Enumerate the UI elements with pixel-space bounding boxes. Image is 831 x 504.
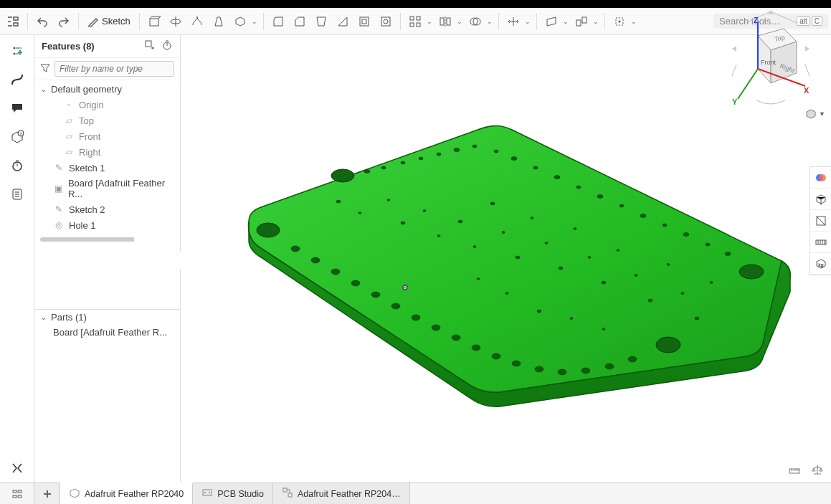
svg-point-37 xyxy=(576,186,581,189)
boolean-icon[interactable] xyxy=(465,11,485,32)
svg-point-60 xyxy=(605,363,614,369)
pattern-icon[interactable] xyxy=(405,11,425,32)
parts-item[interactable]: Board [Adafruit Feather R... xyxy=(34,325,180,340)
part-studio-icon xyxy=(69,488,80,501)
tab-part-studio[interactable]: Adafruit Feather RP2040 xyxy=(60,482,193,504)
tree-sketch1[interactable]: ✎Sketch 1 xyxy=(34,160,180,176)
origin-marker xyxy=(402,285,408,290)
svg-point-35 xyxy=(533,166,538,169)
redo-icon[interactable] xyxy=(54,11,74,32)
render-mode-dropdown[interactable]: ▼ xyxy=(804,108,825,120)
selection-dropdown[interactable]: ⌄ xyxy=(630,18,638,25)
plane-dropdown[interactable]: ⌄ xyxy=(561,18,570,25)
add-feature-icon[interactable] xyxy=(144,39,156,53)
svg-point-50 xyxy=(391,303,400,309)
tab-assembly[interactable]: Adafruit Feather RP204… xyxy=(273,483,410,504)
parts-header[interactable]: ⌄ Parts (1) xyxy=(34,310,180,325)
svg-point-48 xyxy=(351,280,360,286)
origin-icon: ◦ xyxy=(63,99,75,110)
sheet-icon[interactable] xyxy=(6,183,29,206)
plane-icon: ▱ xyxy=(63,130,75,142)
mass-props-icon[interactable]: kg xyxy=(810,253,831,275)
isometric-icon[interactable] xyxy=(810,189,831,210)
pcb-icon xyxy=(201,487,213,500)
tree-default-geometry[interactable]: ⌄ Default geometry xyxy=(34,82,180,97)
transform-dropdown[interactable]: ⌄ xyxy=(523,18,532,25)
section-icon[interactable] xyxy=(810,210,831,232)
svg-point-38 xyxy=(597,195,603,199)
thicken-dropdown[interactable]: ⌄ xyxy=(250,18,259,25)
chamfer-icon[interactable] xyxy=(290,11,310,32)
svg-point-43 xyxy=(706,243,710,246)
measure-icon[interactable] xyxy=(810,232,831,253)
svg-point-79 xyxy=(617,249,619,252)
svg-point-54 xyxy=(472,345,480,351)
assembly-icon xyxy=(282,487,293,500)
tree-plane-right[interactable]: ▱Right xyxy=(34,144,180,160)
shell-icon[interactable] xyxy=(354,11,374,32)
mirror-icon[interactable] xyxy=(435,11,455,32)
selection-icon[interactable] xyxy=(609,11,630,32)
revolve-icon[interactable] xyxy=(166,11,186,32)
filter-icon[interactable] xyxy=(40,63,50,75)
tree-plane-front[interactable]: ▱Front xyxy=(34,128,180,144)
appearance-icon[interactable] xyxy=(810,167,831,189)
tree-hole1[interactable]: ◎Hole 1 xyxy=(34,217,180,233)
hole-icon[interactable] xyxy=(376,11,396,32)
stopwatch-icon[interactable] xyxy=(6,154,29,177)
svg-point-33 xyxy=(494,150,498,153)
svg-point-32 xyxy=(473,145,477,148)
boolean-dropdown[interactable]: ⌄ xyxy=(485,18,494,25)
svg-rect-106 xyxy=(203,490,212,495)
svg-point-55 xyxy=(492,353,500,359)
units-icon[interactable] xyxy=(788,463,801,478)
derived-icon[interactable] xyxy=(571,11,592,32)
tree-sketch2[interactable]: ✎Sketch 2 xyxy=(34,201,180,217)
svg-rect-4 xyxy=(381,17,390,26)
svg-point-63 xyxy=(358,212,361,214)
right-tool-rail: kg xyxy=(809,166,831,275)
svg-rect-9 xyxy=(417,23,420,27)
svg-line-98 xyxy=(738,69,758,99)
sketch-button[interactable]: Sketch xyxy=(83,11,135,32)
svg-point-64 xyxy=(387,199,390,201)
add-tab-button[interactable] xyxy=(34,483,60,504)
filter-input[interactable] xyxy=(54,61,174,77)
rollback-icon[interactable] xyxy=(161,39,173,53)
fillet-icon[interactable] xyxy=(268,11,288,32)
pattern-dropdown[interactable]: ⌄ xyxy=(425,18,434,25)
transform-icon[interactable] xyxy=(503,11,523,32)
extrude-icon[interactable] xyxy=(144,11,164,32)
view-cube[interactable]: Top Front Right Z X Y xyxy=(728,7,814,115)
draft-icon[interactable] xyxy=(311,11,331,32)
scales-icon[interactable] xyxy=(811,463,824,478)
loft-icon[interactable] xyxy=(209,11,229,32)
mirror-dropdown[interactable]: ⌄ xyxy=(455,18,464,25)
mounting-hole xyxy=(257,223,280,237)
svg-point-77 xyxy=(588,257,591,259)
main-toolbar: Sketch ⌄ ⌄ ⌄ ⌄ ⌄ ⌄ ⌄ ⌄ Search tools… alt… xyxy=(0,8,831,35)
sweep-icon[interactable] xyxy=(187,11,207,32)
tree-board[interactable]: ▣Board [Adafruit Feather R... xyxy=(34,176,180,201)
tree-origin[interactable]: ◦ Origin xyxy=(34,97,180,113)
feature-tree-toggle-icon[interactable] xyxy=(3,11,23,32)
derived-dropdown[interactable]: ⌄ xyxy=(592,18,600,25)
plane-icon[interactable] xyxy=(541,11,561,32)
variables-icon[interactable] xyxy=(6,457,29,480)
scrollbar[interactable] xyxy=(40,237,174,242)
comment-icon[interactable] xyxy=(6,97,29,120)
undo-icon[interactable] xyxy=(32,11,52,32)
curve-icon[interactable] xyxy=(6,68,29,91)
tab-pcb-studio[interactable]: PCB Studio xyxy=(193,483,273,504)
insert-icon[interactable] xyxy=(6,39,29,62)
tree-plane-top[interactable]: ▱Top xyxy=(34,113,180,128)
tab-manager-icon[interactable] xyxy=(0,483,34,504)
plane-icon: ▱ xyxy=(63,146,75,158)
svg-rect-110 xyxy=(288,493,292,497)
svg-point-86 xyxy=(477,278,480,280)
thicken-icon[interactable] xyxy=(230,11,250,32)
svg-point-36 xyxy=(554,176,560,179)
svg-point-83 xyxy=(681,293,684,295)
package-icon[interactable]: ? xyxy=(6,125,29,148)
rib-icon[interactable] xyxy=(333,11,353,32)
